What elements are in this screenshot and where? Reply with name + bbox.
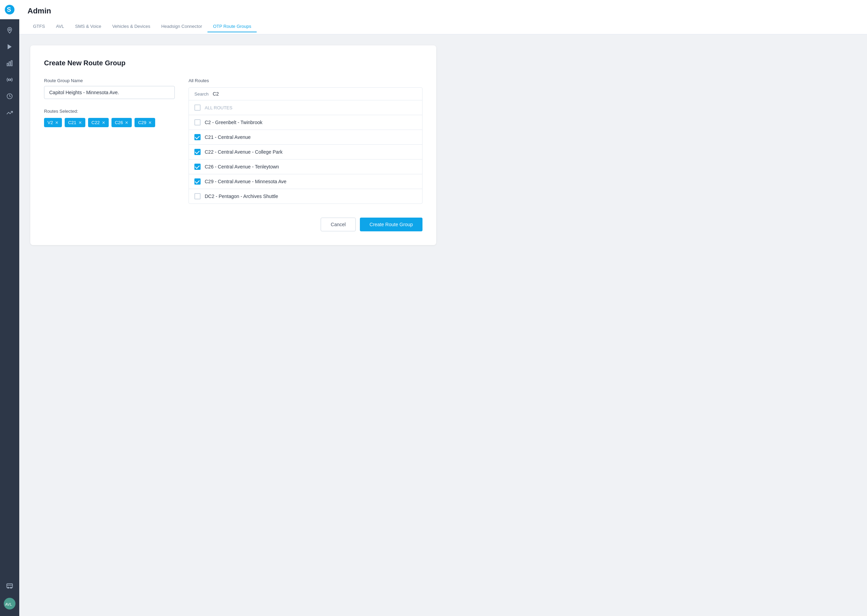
tag-remove-c22[interactable]: ✕ bbox=[102, 121, 105, 125]
tag-label-c22: C22 bbox=[91, 120, 100, 125]
routes-selected-label: Routes Selected: bbox=[44, 108, 175, 114]
search-input[interactable] bbox=[213, 91, 417, 97]
page-title: Admin bbox=[28, 2, 859, 16]
svg-text:AVL: AVL bbox=[5, 602, 12, 607]
route-label-c26: C26 - Central Avenue - Tenleytown bbox=[205, 164, 279, 170]
create-route-group-card: Create New Route Group Route Group Name … bbox=[30, 46, 436, 245]
checkbox-c26[interactable] bbox=[194, 163, 200, 170]
search-label: Search bbox=[194, 91, 208, 97]
tag-c26: C26✕ bbox=[112, 118, 132, 127]
checkbox-c29[interactable] bbox=[194, 178, 200, 185]
main-content: Admin GTFSAVLSMS & VoiceVehicles & Devic… bbox=[19, 0, 867, 616]
checkbox-dc2[interactable] bbox=[194, 193, 200, 200]
nav-tab-otp-route-groups[interactable]: OTP Route Groups bbox=[208, 21, 257, 32]
sidebar-item-trending[interactable] bbox=[0, 105, 19, 121]
svg-rect-6 bbox=[11, 61, 12, 66]
route-label-c29: C29 - Central Avenue - Minnesota Ave bbox=[205, 179, 287, 184]
checkbox-c21[interactable] bbox=[194, 134, 200, 140]
sidebar-item-location[interactable] bbox=[0, 22, 19, 39]
route-label-all-routes: ALL ROUTES bbox=[205, 105, 232, 110]
tag-remove-c26[interactable]: ✕ bbox=[125, 121, 128, 125]
topbar: Admin GTFSAVLSMS & VoiceVehicles & Devic… bbox=[19, 0, 867, 35]
tag-remove-c29[interactable]: ✕ bbox=[148, 121, 152, 125]
sidebar-item-chart[interactable] bbox=[0, 55, 19, 71]
form-left-panel: Route Group Name Routes Selected: V2✕C21… bbox=[44, 78, 175, 127]
card-footer: Cancel Create Route Group bbox=[44, 218, 422, 231]
tag-c29: C29✕ bbox=[134, 118, 155, 127]
sidebar-item-play[interactable] bbox=[0, 39, 19, 55]
checkbox-all-routes[interactable] bbox=[194, 105, 200, 111]
route-item-all-routes[interactable]: ALL ROUTES bbox=[189, 101, 422, 115]
sidebar: S AVL bbox=[0, 0, 19, 616]
route-item-c22[interactable]: C22 - Central Avenue - College Park bbox=[189, 145, 422, 159]
nav-tabs: GTFSAVLSMS & VoiceVehicles & DevicesHead… bbox=[28, 21, 859, 32]
tag-label-c29: C29 bbox=[138, 120, 146, 125]
create-route-group-button[interactable]: Create Route Group bbox=[360, 218, 422, 231]
route-item-c29[interactable]: C29 - Central Avenue - Minnesota Ave bbox=[189, 174, 422, 189]
page-body: Create New Route Group Route Group Name … bbox=[19, 35, 867, 616]
user-avatar[interactable]: AVL bbox=[0, 594, 19, 613]
tag-remove-v2[interactable]: ✕ bbox=[55, 121, 58, 125]
svg-rect-4 bbox=[7, 63, 8, 66]
route-item-c26[interactable]: C26 - Central Avenue - Tenleytown bbox=[189, 159, 422, 174]
search-row: Search bbox=[189, 88, 422, 101]
checkbox-c22[interactable] bbox=[194, 149, 200, 155]
form-right-panel: All Routes Search ALL ROUTESC2 - Greenbe… bbox=[189, 78, 422, 204]
route-item-c21[interactable]: C21 - Central Avenue bbox=[189, 130, 422, 145]
route-label-c22: C22 - Central Avenue - College Park bbox=[205, 149, 282, 155]
route-item-dc2[interactable]: DC2 - Pentagon - Archives Shuttle bbox=[189, 189, 422, 203]
tag-remove-c21[interactable]: ✕ bbox=[79, 121, 82, 125]
routes-box: Search ALL ROUTESC2 - Greenbelt - Twinbr… bbox=[189, 87, 422, 204]
svg-marker-3 bbox=[8, 44, 12, 49]
route-label-dc2: DC2 - Pentagon - Archives Shuttle bbox=[205, 193, 278, 199]
route-group-name-label: Route Group Name bbox=[44, 78, 175, 83]
tag-label-v2: V2 bbox=[47, 120, 53, 125]
selected-tags-container: V2✕C21✕C22✕C26✕C29✕ bbox=[44, 118, 175, 127]
tag-v2: V2✕ bbox=[44, 118, 62, 127]
nav-tab-vehicles-devices[interactable]: Vehicles & Devices bbox=[107, 21, 156, 32]
form-layout: Route Group Name Routes Selected: V2✕C21… bbox=[44, 78, 422, 204]
tag-c21: C21✕ bbox=[65, 118, 85, 127]
app-logo[interactable]: S bbox=[0, 0, 19, 19]
route-group-name-input[interactable] bbox=[44, 86, 175, 99]
nav-tab-headsign-connector[interactable]: Headsign Connector bbox=[156, 21, 208, 32]
checkbox-c2[interactable] bbox=[194, 119, 200, 126]
svg-point-7 bbox=[9, 79, 11, 81]
sidebar-item-broadcast[interactable] bbox=[0, 71, 19, 88]
sidebar-item-bus[interactable] bbox=[0, 577, 19, 594]
nav-tab-avl[interactable]: AVL bbox=[50, 21, 70, 32]
cancel-button[interactable]: Cancel bbox=[321, 218, 356, 231]
tag-label-c21: C21 bbox=[68, 120, 76, 125]
route-label-c21: C21 - Central Avenue bbox=[205, 134, 251, 140]
nav-tab-sms-voice[interactable]: SMS & Voice bbox=[69, 21, 107, 32]
svg-text:S: S bbox=[7, 6, 11, 13]
tag-c22: C22✕ bbox=[88, 118, 109, 127]
nav-tab-gtfs[interactable]: GTFS bbox=[28, 21, 50, 32]
sidebar-item-history[interactable] bbox=[0, 88, 19, 105]
svg-rect-5 bbox=[9, 62, 10, 66]
route-label-c2: C2 - Greenbelt - Twinbrook bbox=[205, 119, 263, 125]
svg-point-2 bbox=[9, 29, 11, 31]
all-routes-label: All Routes bbox=[189, 78, 422, 83]
tag-label-c26: C26 bbox=[115, 120, 123, 125]
card-title: Create New Route Group bbox=[44, 59, 422, 67]
route-item-c2[interactable]: C2 - Greenbelt - Twinbrook bbox=[189, 115, 422, 130]
